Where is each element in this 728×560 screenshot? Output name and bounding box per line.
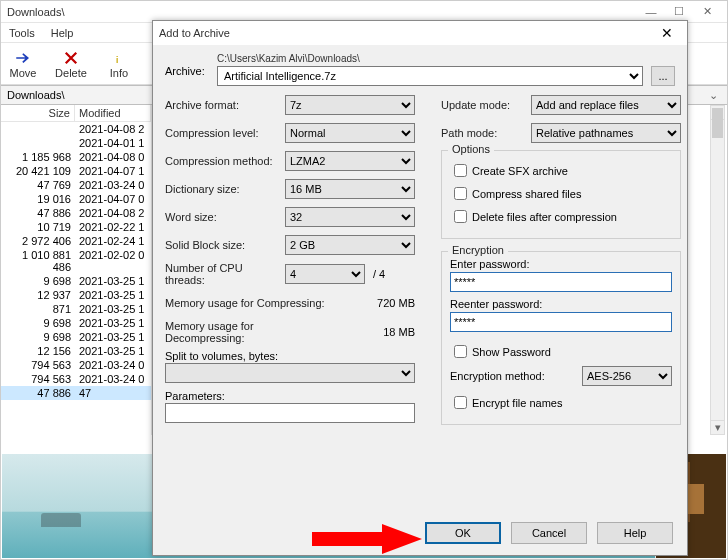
table-row[interactable]: 9 6982021-03-25 1 (1, 316, 151, 330)
cell-size: 12 156 (1, 344, 75, 358)
split-volumes-label: Split to volumes, bytes: (165, 350, 278, 362)
cell-size: 871 (1, 302, 75, 316)
parameters-input[interactable] (165, 403, 415, 423)
scrollbar[interactable]: ▴ ▾ (710, 105, 725, 435)
menu-tools[interactable]: Tools (5, 25, 39, 41)
scroll-down-icon[interactable]: ▾ (711, 420, 724, 434)
table-row[interactable]: 12 9372021-03-25 1 (1, 288, 151, 302)
path-mode-select[interactable]: Relative pathnames (531, 123, 681, 143)
archive-path: C:\Users\Kazim Alvi\Downloads\ (217, 53, 675, 64)
arrow-right-icon (14, 49, 32, 67)
cell-modified: 2021-04-01 1 (75, 136, 151, 150)
encryption-title: Encryption (448, 244, 508, 256)
enter-password-input[interactable] (450, 272, 672, 292)
archive-format-select[interactable]: 7z (285, 95, 415, 115)
cell-modified: 2021-04-08 0 (75, 150, 151, 164)
cell-size: 9 698 (1, 316, 75, 330)
word-size-select[interactable]: 32 (285, 207, 415, 227)
update-mode-select[interactable]: Add and replace files (531, 95, 681, 115)
encrypt-filenames-checkbox[interactable]: Encrypt file names (450, 393, 672, 412)
col-size[interactable]: Size (1, 105, 75, 121)
move-button[interactable]: Move (5, 49, 41, 79)
file-list: Size Modified 2021-04-08 22021-04-01 11 … (1, 105, 152, 435)
encryption-method-select[interactable]: AES-256 (582, 366, 672, 386)
compression-level-select[interactable]: Normal (285, 123, 415, 143)
help-button[interactable]: Help (597, 522, 673, 544)
list-header: Size Modified (1, 105, 151, 122)
compression-method-select[interactable]: LZMA2 (285, 151, 415, 171)
window-buttons: — ☐ ✕ (637, 2, 721, 22)
table-row[interactable]: 47 8862021-04-08 2 (1, 206, 151, 220)
show-password-checkbox[interactable]: Show Password (450, 342, 672, 361)
cell-size: 47 769 (1, 178, 75, 192)
archive-name-input[interactable]: Artificial Intelligence.7z (217, 66, 643, 86)
cell-modified: 2021-02-02 0 (75, 248, 151, 274)
table-row[interactable]: 8712021-03-25 1 (1, 302, 151, 316)
cell-modified: 2021-03-24 0 (75, 178, 151, 192)
reenter-password-label: Reenter password: (450, 298, 672, 310)
cell-size: 10 719 (1, 220, 75, 234)
solid-block-size-select[interactable]: 2 GB (285, 235, 415, 255)
cell-size: 1 185 968 (1, 150, 75, 164)
cell-modified: 2021-04-07 0 (75, 192, 151, 206)
info-button[interactable]: i Info (101, 49, 137, 79)
table-row[interactable]: 47 88647 (1, 386, 151, 400)
menu-help[interactable]: Help (47, 25, 78, 41)
reenter-password-input[interactable] (450, 312, 672, 332)
table-row[interactable]: 2021-04-01 1 (1, 136, 151, 150)
cell-size: 2 972 406 (1, 234, 75, 248)
cell-size: 20 421 109 (1, 164, 75, 178)
table-row[interactable]: 9 6982021-03-25 1 (1, 330, 151, 344)
cell-modified: 2021-03-25 1 (75, 302, 151, 316)
parameters-label: Parameters: (165, 390, 225, 402)
compress-shared-checkbox[interactable]: Compress shared files (450, 184, 672, 203)
mem-decompress-value: 18 MB (383, 326, 415, 338)
browse-button[interactable]: ... (651, 66, 675, 86)
table-row[interactable]: 794 5632021-03-24 0 (1, 372, 151, 386)
dialog-titlebar: Add to Archive ✕ (153, 21, 687, 45)
delete-label: Delete (55, 67, 87, 79)
cpu-threads-select[interactable]: 4 (285, 264, 365, 284)
dictionary-size-select[interactable]: 16 MB (285, 179, 415, 199)
table-row[interactable]: 2021-04-08 2 (1, 122, 151, 136)
table-row[interactable]: 1 185 9682021-04-08 0 (1, 150, 151, 164)
maximize-button[interactable]: ☐ (665, 2, 693, 22)
update-mode-label: Update mode: (441, 99, 531, 111)
cell-modified: 47 (75, 386, 151, 400)
split-volumes-select[interactable] (165, 363, 415, 383)
cell-size (1, 122, 75, 136)
cell-size: 794 563 (1, 372, 75, 386)
chevron-down-icon[interactable]: ⌄ (705, 89, 721, 102)
file-rows: 2021-04-08 22021-04-01 11 185 9682021-04… (1, 122, 151, 400)
table-row[interactable]: 10 7192021-02-22 1 (1, 220, 151, 234)
table-row[interactable]: 20 421 1092021-04-07 1 (1, 164, 151, 178)
table-row[interactable]: 2 972 4062021-02-24 1 (1, 234, 151, 248)
table-row[interactable]: 19 0162021-04-07 0 (1, 192, 151, 206)
compression-level-label: Compression level: (165, 127, 285, 139)
table-row[interactable]: 12 1562021-03-25 1 (1, 344, 151, 358)
delete-after-checkbox[interactable]: Delete files after compression (450, 207, 672, 226)
scroll-thumb[interactable] (712, 108, 723, 138)
options-title: Options (448, 143, 494, 155)
close-button[interactable]: ✕ (693, 2, 721, 22)
delete-button[interactable]: Delete (53, 49, 89, 79)
cpu-total: / 4 (373, 268, 385, 280)
cell-modified: 2021-03-25 1 (75, 344, 151, 358)
table-row[interactable]: 794 5632021-03-24 0 (1, 358, 151, 372)
table-row[interactable]: 47 7692021-03-24 0 (1, 178, 151, 192)
cell-modified: 2021-02-22 1 (75, 220, 151, 234)
table-row[interactable]: 1 010 881 4862021-02-02 0 (1, 248, 151, 274)
col-modified[interactable]: Modified (75, 105, 151, 121)
cell-size: 1 010 881 486 (1, 248, 75, 274)
minimize-button[interactable]: — (637, 2, 665, 22)
create-sfx-checkbox[interactable]: Create SFX archive (450, 161, 672, 180)
archive-section: Archive: C:\Users\Kazim Alvi\Downloads\ … (165, 53, 675, 86)
archive-format-label: Archive format: (165, 99, 285, 111)
ok-button[interactable]: OK (425, 522, 501, 544)
table-row[interactable]: 9 6982021-03-25 1 (1, 274, 151, 288)
cancel-button[interactable]: Cancel (511, 522, 587, 544)
dialog-close-button[interactable]: ✕ (653, 22, 681, 44)
breadcrumb: Downloads\ (7, 89, 64, 101)
cell-modified: 2021-03-25 1 (75, 330, 151, 344)
left-column: Archive format:7z Compression level:Norm… (165, 94, 415, 430)
